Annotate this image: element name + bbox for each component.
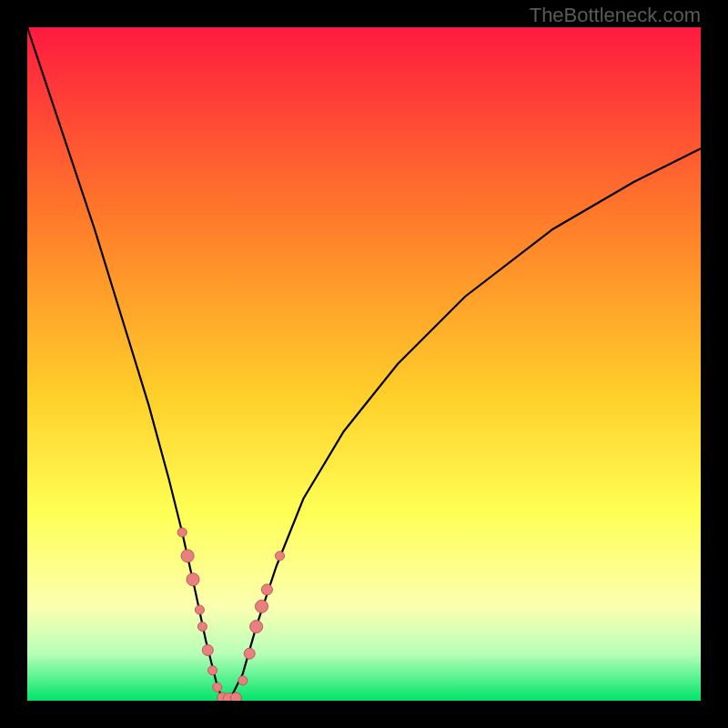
data-marker [230,693,241,701]
plot-area [27,27,701,701]
data-marker [181,550,194,562]
data-marker [195,605,204,614]
data-marker [261,584,272,595]
data-marker [238,676,248,685]
data-marker [177,528,187,537]
data-markers [177,528,284,701]
data-marker [213,682,222,692]
chart-frame: TheBottleneck.com [0,0,728,728]
data-marker [256,600,268,612]
bottleneck-curve [27,27,701,701]
watermark-text: TheBottleneck.com [530,4,701,27]
data-marker [276,551,285,561]
chart-svg [27,27,701,701]
data-marker [208,666,217,675]
data-marker [187,573,199,586]
data-marker [244,648,255,659]
data-marker [250,621,263,633]
data-marker [202,645,213,656]
data-marker [197,622,207,632]
